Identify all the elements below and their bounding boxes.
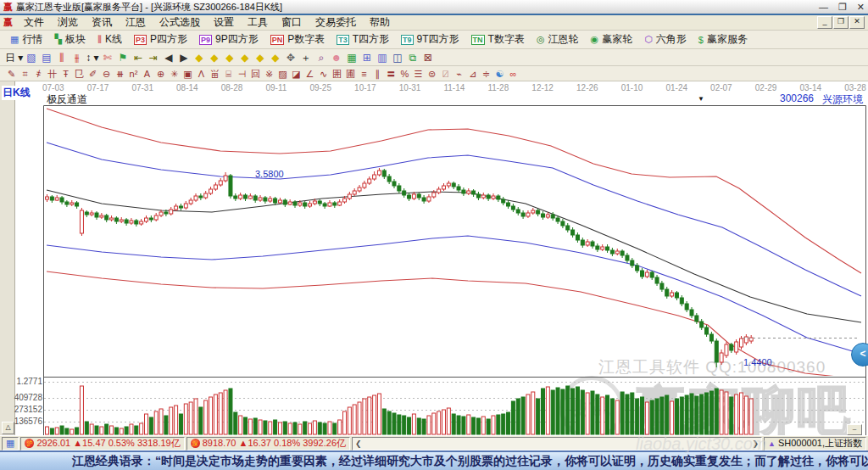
tool-icon[interactable]: ☻: [329, 51, 343, 64]
gann-tool-icon[interactable]: ✎: [5, 67, 18, 81]
tool-icon[interactable]: ⌕: [314, 51, 328, 64]
status-scrollbar[interactable]: ❮ ❯: [352, 437, 762, 450]
tool-icon[interactable]: ⇥: [146, 51, 160, 64]
tool-icon[interactable]: ⇤: [131, 51, 145, 64]
gann-tool-icon[interactable]: 回: [249, 67, 262, 81]
gann-tool-icon[interactable]: ⊿: [466, 67, 479, 81]
quote-grid-button[interactable]: ▦: [2, 437, 19, 450]
menu-gann[interactable]: 江恩: [120, 14, 152, 31]
tool-icon[interactable]: 日 ▾: [5, 51, 23, 64]
toolbar-feature-button[interactable]: $赢家服务: [693, 31, 753, 48]
scroll-right-icon[interactable]: ❯: [752, 439, 759, 448]
toolbar-feature-button[interactable]: ⬡六角形: [639, 31, 692, 48]
gann-tool-icon[interactable]: ※: [263, 67, 275, 81]
menu-window[interactable]: 窗口: [275, 14, 308, 31]
gann-tool-icon[interactable]: ∥: [371, 67, 384, 81]
gann-tool-icon[interactable]: ☯: [493, 67, 506, 81]
toolbar-feature-button[interactable]: TNT数字表: [466, 31, 530, 48]
volume-collapse-button[interactable]: –: [847, 424, 862, 435]
sh-index-quote[interactable]: 沪 2926.01 ▲15.47 0.53% 3318.19亿: [20, 437, 184, 450]
close-icon[interactable]: ✕: [857, 2, 865, 13]
toolbar-feature-button[interactable]: ▦行情: [5, 31, 47, 48]
tool-icon[interactable]: ⫵: [70, 51, 84, 64]
gann-tool-icon[interactable]: ∠: [303, 67, 316, 81]
gann-tool-icon[interactable]: ∿: [317, 67, 330, 81]
tool-icon[interactable]: ⫼: [54, 51, 69, 64]
menu-formula-stockpick[interactable]: 公式选股: [153, 14, 206, 31]
tool-icon[interactable]: ⊠: [420, 51, 435, 64]
tool-icon[interactable]: ◫: [390, 51, 404, 64]
gann-tool-icon[interactable]: ▨: [276, 67, 289, 81]
tool-icon[interactable]: ▶: [176, 51, 191, 64]
gann-tool-icon[interactable]: ⧻: [114, 67, 126, 81]
gann-tool-icon[interactable]: ⌸: [222, 67, 235, 81]
sz-index-quote[interactable]: 深 8918.70 ▲16.37 0.18% 3992.26亿: [186, 437, 350, 450]
toolbar-feature-button[interactable]: ◉赢家轮: [586, 31, 638, 48]
tool-icon[interactable]: ▥: [375, 51, 389, 64]
tool-icon[interactable]: ◆: [253, 51, 267, 64]
panel-expand-button[interactable]: <: [851, 343, 868, 366]
gann-tool-icon[interactable]: 畄: [209, 67, 221, 81]
gann-tool-icon[interactable]: 圃: [344, 67, 357, 81]
scroll-left-icon[interactable]: ❮: [355, 439, 362, 448]
gann-tool-icon[interactable]: 囲: [331, 67, 343, 81]
toolbar-feature-button[interactable]: P3P四方形: [129, 31, 192, 48]
tool-icon[interactable]: ▧: [24, 51, 38, 64]
menu-settings[interactable]: 设置: [208, 14, 240, 31]
current-index-cell[interactable]: ▲ SH000001,上证指数: [764, 437, 866, 450]
menu-file[interactable]: 文件: [18, 14, 50, 31]
gann-tool-icon[interactable]: 㔾: [73, 67, 86, 81]
tool-icon[interactable]: ◀: [161, 51, 175, 64]
tool-icon[interactable]: ⚑: [115, 51, 130, 64]
tool-icon[interactable]: ▦: [344, 51, 359, 64]
toolbar-feature-button[interactable]: T3T四方形: [331, 31, 394, 48]
tool-icon[interactable]: ◆: [222, 51, 236, 64]
menu-news[interactable]: 资讯: [86, 14, 118, 31]
mdi-close-icon[interactable]: ✕: [849, 16, 865, 29]
tool-icon[interactable]: ◆: [237, 51, 252, 64]
gann-tool-icon[interactable]: ⊣: [236, 67, 248, 81]
gann-tool-icon[interactable]: ☰: [412, 67, 425, 81]
gann-tool-icon[interactable]: ⊕: [154, 67, 167, 81]
mdi-minimize-icon[interactable]: _: [817, 16, 832, 29]
toolbar-feature-button[interactable]: T99T四方形: [396, 31, 465, 48]
tool-icon[interactable]: ✥: [283, 51, 298, 64]
gann-tool-icon[interactable]: ⌁: [453, 67, 465, 81]
tab-daily-kline[interactable]: 日K线: [2, 86, 31, 100]
gann-tool-icon[interactable]: ҂: [32, 67, 45, 81]
tool-icon[interactable]: ＋: [298, 51, 313, 64]
gann-tool-icon[interactable]: 〓: [385, 67, 398, 81]
gann-tool-icon[interactable]: ⍁: [439, 67, 452, 81]
gann-tool-icon[interactable]: ∞: [507, 67, 520, 81]
gann-tool-icon[interactable]: ✐: [86, 67, 99, 81]
tool-icon[interactable]: ⧉: [405, 51, 420, 64]
gann-tool-icon[interactable]: ◪: [290, 67, 303, 81]
toolbar-feature-button[interactable]: ⫼K线: [92, 31, 127, 48]
mdi-restore-icon[interactable]: ❐: [833, 16, 849, 29]
gann-tool-icon[interactable]: Ŧ: [59, 67, 72, 81]
tool-icon[interactable]: ✄: [100, 51, 114, 64]
toolbar-feature-button[interactable]: P99P四方形: [194, 31, 264, 48]
tool-icon[interactable]: ▤: [39, 51, 53, 64]
toolbar-feature-button[interactable]: PNP数字表: [265, 31, 331, 48]
toolbar-feature-button[interactable]: ◎江恩轮: [531, 31, 584, 48]
minimize-icon[interactable]: —: [819, 2, 828, 13]
gann-tool-icon[interactable]: ⊖: [100, 67, 113, 81]
menu-browse[interactable]: 浏览: [52, 14, 84, 31]
gann-tool-icon[interactable]: ▣: [181, 67, 194, 81]
toolbar-feature-button[interactable]: ▚板块: [49, 31, 90, 48]
gann-tool-icon[interactable]: %: [398, 67, 411, 81]
gann-tool-icon[interactable]: n²: [127, 67, 140, 81]
maximize-icon[interactable]: ❐: [838, 2, 847, 13]
tool-icon[interactable]: ◆: [192, 51, 206, 64]
gann-tool-icon[interactable]: A: [141, 67, 153, 81]
menu-tools[interactable]: 工具: [242, 14, 274, 31]
volume-expand-button[interactable]: △: [2, 422, 14, 434]
gann-tool-icon[interactable]: ≡: [358, 67, 370, 81]
gann-tool-icon[interactable]: ⌗: [19, 67, 31, 81]
tool-icon[interactable]: ◆: [207, 51, 221, 64]
gann-tool-icon[interactable]: ⊜: [426, 67, 438, 81]
gann-tool-icon[interactable]: ≑: [480, 67, 492, 81]
tool-icon[interactable]: ⊞: [359, 51, 374, 64]
tool-icon[interactable]: ◆: [268, 51, 282, 64]
